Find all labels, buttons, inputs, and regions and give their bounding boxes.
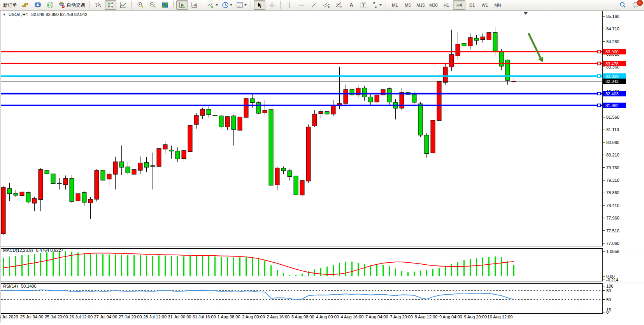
- toolbar-separator: [131, 1, 132, 9]
- timeframe-button-M30[interactable]: M30: [427, 0, 440, 10]
- candle-body: [362, 88, 367, 97]
- main-chart-pane[interactable]: [1, 11, 603, 246]
- svg-text:F: F: [340, 6, 342, 8]
- periods-button[interactable]: [220, 0, 234, 10]
- rsi-axis-label: 80: [606, 288, 611, 293]
- candle-body: [175, 151, 180, 159]
- price-badge-label: 83.900: [605, 49, 619, 54]
- arrows-tool-icon: [372, 2, 378, 8]
- candle-body: [63, 179, 68, 185]
- auto-trading-button[interactable]: 自动交易: [57, 0, 87, 10]
- auto-scroll-icon[interactable]: [176, 0, 188, 10]
- notification-badge: 1: [637, 0, 643, 6]
- candle-body: [288, 171, 292, 177]
- price-tick-label: 78.410: [606, 203, 619, 208]
- time-axis-label: 9 Aug 20:00: [464, 314, 487, 319]
- time-axis-label: 31 Jul 00:00: [168, 314, 191, 319]
- candle-body: [82, 193, 86, 202]
- timeframe-buttons: M1M5M15M30H1H4D1W1MN: [389, 0, 504, 10]
- label-tool-icon[interactable]: T: [358, 0, 370, 10]
- trendline-tool-icon[interactable]: [308, 0, 320, 10]
- level-marker[interactable]: [598, 92, 600, 95]
- templates-button[interactable]: [235, 0, 248, 10]
- toolbar-separator: [386, 1, 386, 9]
- candle-body: [138, 163, 142, 170]
- candle-body: [449, 54, 454, 67]
- candle-body: [132, 170, 136, 174]
- level-marker[interactable]: [598, 75, 600, 77]
- time-axis-label: 24 Jul 2023: [0, 314, 18, 319]
- equidistant-channel-tool-icon[interactable]: E: [321, 0, 332, 10]
- tile-windows-icon[interactable]: [159, 0, 171, 10]
- crosshair-tool-icon[interactable]: [266, 0, 278, 10]
- macd-axis-label: 1.0558: [606, 249, 619, 254]
- candle-body: [425, 135, 429, 154]
- candle-body: [200, 109, 205, 116]
- candle-body: [157, 149, 161, 167]
- candle-body: [45, 170, 49, 174]
- price-tick-label: 78.860: [606, 190, 619, 195]
- chart-title[interactable]: ▼ USOil-,H4 82.849 82.880 82.758 82.842: [3, 12, 87, 17]
- rsi-indicator-label: RSI(14) 50.1406: [3, 284, 37, 288]
- line-chart-type-icon[interactable]: [117, 0, 129, 10]
- arrows-tool-button[interactable]: [370, 0, 383, 10]
- chart-canvas[interactable]: 85.16084.71084.26083.81083.36082.91082.4…: [0, 0, 644, 325]
- signals-icon[interactable]: [44, 0, 56, 10]
- price-tick-label: 85.160: [606, 14, 619, 19]
- timeframe-button-D1[interactable]: D1: [466, 0, 478, 10]
- time-axis-label: 27 Jul 04:00: [94, 314, 117, 319]
- new-order-label: 新订单: [3, 2, 17, 9]
- price-tick-label: 84.710: [606, 26, 619, 31]
- community-icon[interactable]: [32, 0, 44, 10]
- timeframe-button-M1[interactable]: M1: [389, 0, 401, 10]
- time-axis-label: 7 Aug 04:00: [365, 314, 388, 319]
- candle-body: [1, 188, 5, 234]
- candle-body: [437, 82, 441, 121]
- timeframe-button-H1[interactable]: H1: [440, 0, 453, 10]
- horizontal-line-tool-icon[interactable]: [296, 0, 307, 10]
- price-tick-label: 77.960: [606, 216, 619, 220]
- collapse-triangle-icon[interactable]: ▼: [3, 13, 6, 16]
- dropdown-caret: [379, 4, 382, 6]
- level-marker[interactable]: [598, 50, 600, 53]
- timeframe-button-M5[interactable]: M5: [402, 0, 414, 10]
- candle-body: [14, 193, 18, 195]
- level-marker[interactable]: [598, 104, 600, 107]
- candle-body: [331, 106, 335, 114]
- candle-body: [250, 99, 254, 103]
- chat-icon[interactable]: 1: [629, 0, 642, 10]
- rsi-name: RSI(14): [3, 284, 18, 288]
- cursor-tool-icon[interactable]: [254, 0, 265, 10]
- level-marker[interactable]: [598, 62, 600, 65]
- zoom-out-icon[interactable]: [147, 0, 158, 10]
- zoom-in-icon[interactable]: [134, 0, 146, 10]
- candlestick-chart-type-icon[interactable]: [105, 0, 116, 10]
- rsi-axis-label: 50: [606, 297, 611, 302]
- chart-shift-icon[interactable]: [189, 0, 200, 10]
- fibonacci-tool-icon[interactable]: F: [333, 0, 345, 10]
- candle-body: [275, 168, 279, 185]
- macd-axis-label: -0.214: [606, 278, 618, 282]
- toolbar-separator: [251, 1, 251, 9]
- gold-ingot-icon[interactable]: [19, 0, 31, 10]
- candle-body: [418, 104, 423, 135]
- bar-chart-type-icon[interactable]: [92, 0, 104, 10]
- rsi-pane[interactable]: [1, 284, 603, 314]
- time-axis-label: 2 Aug 16:00: [267, 314, 290, 319]
- timeframe-button-M15[interactable]: M15: [414, 0, 427, 10]
- candle-body: [182, 151, 186, 159]
- timeframe-button-W1[interactable]: W1: [479, 0, 491, 10]
- candle-body: [325, 112, 329, 114]
- text-tool-icon[interactable]: A: [346, 0, 357, 10]
- search-icon[interactable]: [617, 0, 628, 10]
- candle-body: [443, 67, 447, 83]
- candle-body: [163, 145, 167, 149]
- timeframe-button-H4[interactable]: H4: [453, 0, 465, 10]
- candle-body: [256, 103, 261, 113]
- clock-icon: [222, 2, 229, 9]
- vertical-line-tool-icon[interactable]: [283, 0, 295, 10]
- candle-body: [487, 33, 491, 40]
- timeframe-button-MN[interactable]: MN: [491, 0, 504, 10]
- indicators-button[interactable]: [206, 0, 219, 10]
- new-order-button[interactable]: 新订单: [2, 0, 19, 10]
